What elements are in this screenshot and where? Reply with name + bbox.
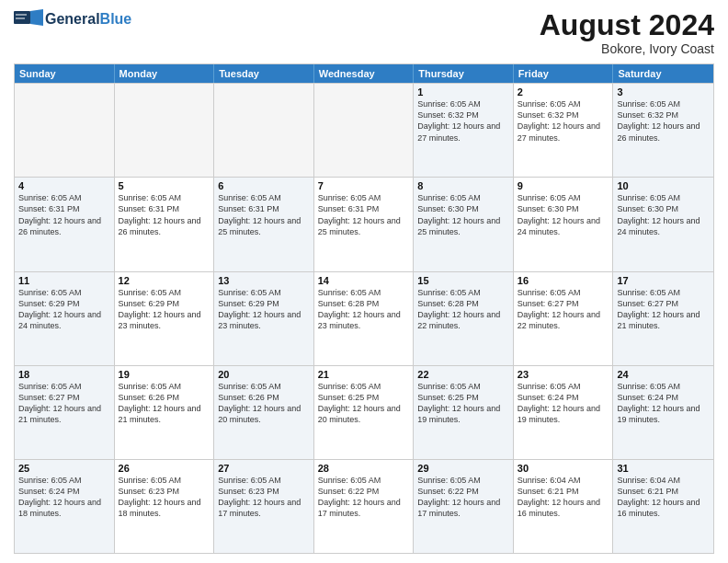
day-info: Sunrise: 6:05 AM Sunset: 6:31 PM Dayligh… xyxy=(318,192,410,237)
calendar-cell: 23Sunrise: 6:05 AM Sunset: 6:24 PM Dayli… xyxy=(514,366,614,459)
calendar-cell: 19Sunrise: 6:05 AM Sunset: 6:26 PM Dayli… xyxy=(115,366,215,459)
calendar-cell: 24Sunrise: 6:05 AM Sunset: 6:24 PM Dayli… xyxy=(613,366,713,459)
calendar-cell: 7Sunrise: 6:05 AM Sunset: 6:31 PM Daylig… xyxy=(314,178,415,270)
calendar-cell: 3Sunrise: 6:05 AM Sunset: 6:32 PM Daylig… xyxy=(613,84,713,177)
day-number: 22 xyxy=(417,369,509,380)
calendar-cell xyxy=(15,84,115,177)
day-info: Sunrise: 6:05 AM Sunset: 6:25 PM Dayligh… xyxy=(417,381,509,426)
logo: GeneralBlue xyxy=(14,9,131,29)
day-number: 24 xyxy=(617,369,710,380)
calendar-cell: 25Sunrise: 6:05 AM Sunset: 6:24 PM Dayli… xyxy=(15,460,115,553)
day-number: 19 xyxy=(119,369,210,380)
day-info: Sunrise: 6:05 AM Sunset: 6:30 PM Dayligh… xyxy=(617,192,710,237)
weekday-thursday: Thursday xyxy=(414,64,514,83)
calendar-body: 1Sunrise: 6:05 AM Sunset: 6:32 PM Daylig… xyxy=(15,83,713,553)
day-number: 23 xyxy=(518,369,609,380)
day-info: Sunrise: 6:05 AM Sunset: 6:23 PM Dayligh… xyxy=(119,475,210,520)
calendar-cell: 6Sunrise: 6:05 AM Sunset: 6:31 PM Daylig… xyxy=(214,178,314,270)
calendar-row-3: 18Sunrise: 6:05 AM Sunset: 6:27 PM Dayli… xyxy=(15,365,713,459)
day-number: 18 xyxy=(18,369,110,380)
day-info: Sunrise: 6:05 AM Sunset: 6:32 PM Dayligh… xyxy=(417,98,509,144)
weekday-sunday: Sunday xyxy=(15,64,115,83)
calendar-cell: 2Sunrise: 6:05 AM Sunset: 6:32 PM Daylig… xyxy=(514,84,614,177)
calendar-cell: 22Sunrise: 6:05 AM Sunset: 6:25 PM Dayli… xyxy=(414,366,514,459)
day-number: 13 xyxy=(218,275,310,286)
day-number: 29 xyxy=(417,463,509,474)
day-number: 27 xyxy=(218,463,310,474)
day-info: Sunrise: 6:05 AM Sunset: 6:26 PM Dayligh… xyxy=(119,381,210,426)
svg-rect-2 xyxy=(16,14,27,16)
day-info: Sunrise: 6:05 AM Sunset: 6:32 PM Dayligh… xyxy=(518,98,609,144)
day-number: 3 xyxy=(617,86,710,98)
calendar-row-4: 25Sunrise: 6:05 AM Sunset: 6:24 PM Dayli… xyxy=(15,459,713,553)
day-info: Sunrise: 6:05 AM Sunset: 6:27 PM Dayligh… xyxy=(18,381,110,426)
calendar-cell: 26Sunrise: 6:05 AM Sunset: 6:23 PM Dayli… xyxy=(115,460,215,553)
weekday-monday: Monday xyxy=(115,64,215,83)
page: GeneralBlue August 2024 Bokore, Ivory Co… xyxy=(0,0,728,563)
day-number: 8 xyxy=(417,180,509,191)
day-info: Sunrise: 6:05 AM Sunset: 6:22 PM Dayligh… xyxy=(417,475,509,520)
day-info: Sunrise: 6:05 AM Sunset: 6:30 PM Dayligh… xyxy=(417,192,509,237)
logo-general: General xyxy=(45,11,100,27)
day-number: 31 xyxy=(617,463,710,474)
weekday-saturday: Saturday xyxy=(613,64,713,83)
day-info: Sunrise: 6:05 AM Sunset: 6:30 PM Dayligh… xyxy=(518,192,609,237)
calendar-row-1: 4Sunrise: 6:05 AM Sunset: 6:31 PM Daylig… xyxy=(15,177,713,270)
day-info: Sunrise: 6:05 AM Sunset: 6:26 PM Dayligh… xyxy=(218,381,310,426)
day-info: Sunrise: 6:05 AM Sunset: 6:27 PM Dayligh… xyxy=(518,287,609,332)
calendar-cell: 13Sunrise: 6:05 AM Sunset: 6:29 PM Dayli… xyxy=(214,272,314,365)
day-number: 5 xyxy=(119,180,210,191)
day-number: 21 xyxy=(318,369,410,380)
day-number: 7 xyxy=(318,180,410,191)
day-info: Sunrise: 6:05 AM Sunset: 6:31 PM Dayligh… xyxy=(218,192,310,237)
day-number: 6 xyxy=(218,180,310,191)
calendar-cell: 29Sunrise: 6:05 AM Sunset: 6:22 PM Dayli… xyxy=(414,460,514,553)
calendar-cell: 1Sunrise: 6:05 AM Sunset: 6:32 PM Daylig… xyxy=(414,84,514,177)
day-info: Sunrise: 6:05 AM Sunset: 6:31 PM Dayligh… xyxy=(18,192,110,237)
calendar-cell xyxy=(314,84,415,177)
day-info: Sunrise: 6:04 AM Sunset: 6:21 PM Dayligh… xyxy=(617,475,710,520)
weekday-friday: Friday xyxy=(514,64,614,83)
svg-marker-1 xyxy=(30,9,43,26)
calendar-cell: 17Sunrise: 6:05 AM Sunset: 6:27 PM Dayli… xyxy=(613,272,713,365)
calendar-cell: 5Sunrise: 6:05 AM Sunset: 6:31 PM Daylig… xyxy=(115,178,215,270)
day-number: 14 xyxy=(318,275,410,286)
day-info: Sunrise: 6:05 AM Sunset: 6:29 PM Dayligh… xyxy=(218,287,310,332)
header: GeneralBlue August 2024 Bokore, Ivory Co… xyxy=(14,9,714,56)
day-number: 30 xyxy=(518,463,609,474)
weekday-wednesday: Wednesday xyxy=(314,64,415,83)
calendar-cell: 20Sunrise: 6:05 AM Sunset: 6:26 PM Dayli… xyxy=(214,366,314,459)
calendar-header: SundayMondayTuesdayWednesdayThursdayFrid… xyxy=(15,64,713,83)
day-info: Sunrise: 6:05 AM Sunset: 6:28 PM Dayligh… xyxy=(417,287,509,332)
day-number: 15 xyxy=(417,275,509,286)
day-number: 17 xyxy=(617,275,710,286)
calendar-cell: 10Sunrise: 6:05 AM Sunset: 6:30 PM Dayli… xyxy=(613,178,713,270)
day-info: Sunrise: 6:05 AM Sunset: 6:32 PM Dayligh… xyxy=(617,98,710,144)
day-number: 11 xyxy=(18,275,110,286)
calendar-cell xyxy=(115,84,215,177)
location: Bokore, Ivory Coast xyxy=(540,41,714,56)
day-info: Sunrise: 6:05 AM Sunset: 6:24 PM Dayligh… xyxy=(518,381,609,426)
title-block: August 2024 Bokore, Ivory Coast xyxy=(540,9,714,56)
svg-rect-3 xyxy=(16,17,25,19)
calendar-row-0: 1Sunrise: 6:05 AM Sunset: 6:32 PM Daylig… xyxy=(15,83,713,177)
logo-icon xyxy=(14,9,43,29)
calendar-cell: 28Sunrise: 6:05 AM Sunset: 6:22 PM Dayli… xyxy=(314,460,415,553)
day-info: Sunrise: 6:05 AM Sunset: 6:27 PM Dayligh… xyxy=(617,287,710,332)
calendar-cell: 15Sunrise: 6:05 AM Sunset: 6:28 PM Dayli… xyxy=(414,272,514,365)
calendar-cell: 14Sunrise: 6:05 AM Sunset: 6:28 PM Dayli… xyxy=(314,272,415,365)
day-info: Sunrise: 6:05 AM Sunset: 6:23 PM Dayligh… xyxy=(218,475,310,520)
calendar-cell: 11Sunrise: 6:05 AM Sunset: 6:29 PM Dayli… xyxy=(15,272,115,365)
day-number: 10 xyxy=(617,180,710,191)
logo-blue: Blue xyxy=(100,11,132,27)
calendar-cell: 27Sunrise: 6:05 AM Sunset: 6:23 PM Dayli… xyxy=(214,460,314,553)
day-number: 25 xyxy=(18,463,110,474)
calendar-cell: 4Sunrise: 6:05 AM Sunset: 6:31 PM Daylig… xyxy=(15,178,115,270)
calendar-cell: 9Sunrise: 6:05 AM Sunset: 6:30 PM Daylig… xyxy=(514,178,614,270)
day-number: 1 xyxy=(417,86,509,98)
day-number: 28 xyxy=(318,463,410,474)
calendar-cell: 30Sunrise: 6:04 AM Sunset: 6:21 PM Dayli… xyxy=(514,460,614,553)
day-info: Sunrise: 6:05 AM Sunset: 6:25 PM Dayligh… xyxy=(318,381,410,426)
month-title: August 2024 xyxy=(540,9,714,41)
day-info: Sunrise: 6:05 AM Sunset: 6:31 PM Dayligh… xyxy=(119,192,210,237)
